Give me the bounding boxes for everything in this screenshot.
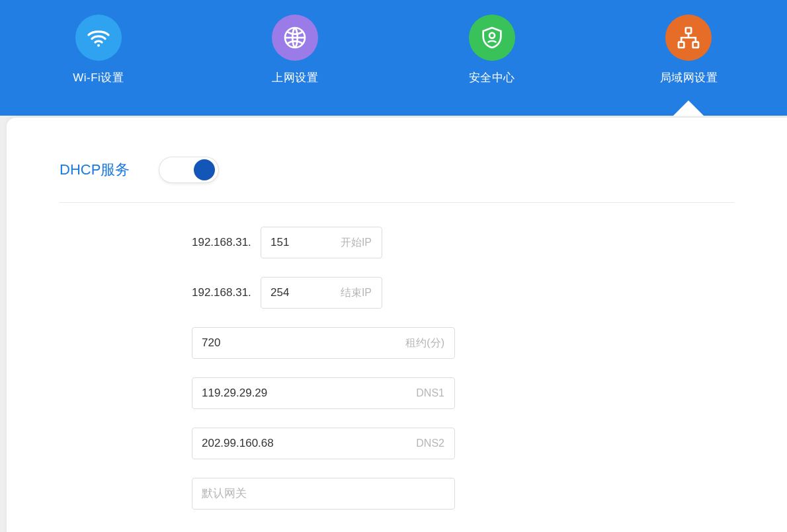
end-ip-row: 192.168.31. 结束IP (192, 277, 734, 309)
dhcp-toggle[interactable] (159, 157, 218, 182)
ip-prefix-end: 192.168.31. (192, 286, 255, 299)
lan-icon (665, 15, 712, 61)
top-nav: Wi-Fi设置 上网设置 安全中心 (0, 0, 787, 116)
nav-item-wifi[interactable]: Wi-Fi设置 (32, 15, 165, 85)
dns1-input[interactable] (192, 377, 455, 409)
lease-input[interactable] (192, 327, 455, 359)
gateway-row (192, 478, 734, 510)
end-ip-input[interactable] (261, 277, 382, 309)
nav-label-wifi: Wi-Fi设置 (73, 70, 124, 85)
toggle-knob (194, 159, 215, 180)
dhcp-section-header: DHCP服务 (60, 157, 734, 203)
ip-prefix-start: 192.168.31. (192, 236, 255, 249)
dhcp-form: 192.168.31. 开始IP 192.168.31. 结束IP 租约(分) … (60, 203, 734, 510)
svg-point-2 (489, 33, 495, 38)
nav-item-lan[interactable]: 局域网设置 (622, 15, 755, 85)
nav-label-security: 安全中心 (469, 70, 515, 85)
wifi-icon (75, 15, 122, 61)
start-ip-row: 192.168.31. 开始IP (192, 227, 734, 258)
globe-icon (272, 15, 318, 61)
nav-item-security[interactable]: 安全中心 (426, 15, 558, 85)
nav-label-internet: 上网设置 (272, 70, 318, 85)
nav-item-internet[interactable]: 上网设置 (229, 15, 361, 85)
svg-rect-3 (686, 28, 691, 33)
svg-point-0 (97, 44, 100, 47)
gateway-input[interactable] (192, 478, 455, 510)
dns2-input[interactable] (192, 428, 455, 459)
dns2-row: DNS2 (192, 428, 734, 459)
lease-row: 租约(分) (192, 327, 734, 359)
active-tab-pointer (673, 100, 704, 116)
start-ip-input[interactable] (261, 227, 382, 258)
svg-rect-5 (693, 42, 698, 48)
shield-icon (469, 15, 515, 61)
content-card: DHCP服务 192.168.31. 开始IP 192.168.31. 结束IP… (7, 118, 787, 532)
dhcp-title: DHCP服务 (60, 160, 130, 180)
nav-label-lan: 局域网设置 (660, 70, 718, 85)
svg-rect-4 (679, 42, 684, 48)
dns1-row: DNS1 (192, 377, 734, 409)
